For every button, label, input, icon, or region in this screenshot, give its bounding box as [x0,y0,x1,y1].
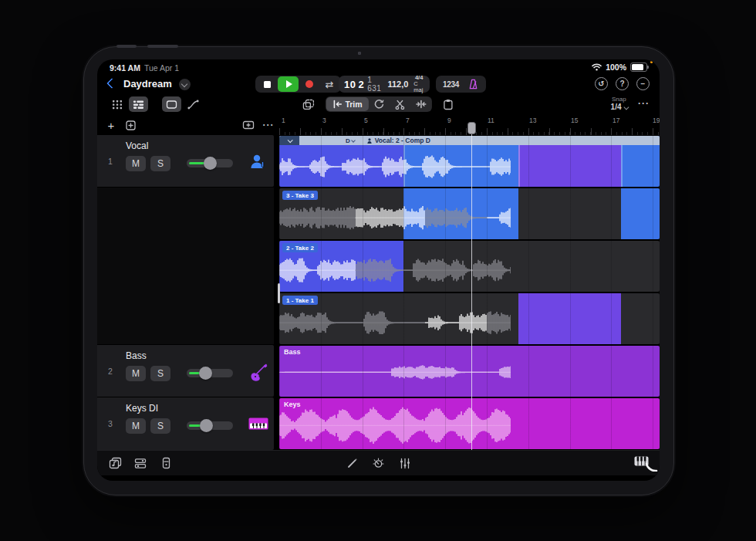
editor-button[interactable] [345,455,360,471]
count-in-button[interactable]: 1234 [443,80,459,89]
take-lane-1[interactable]: 1 - Take 1 [279,292,660,345]
view-tool-bar: Trim [97,94,660,115]
join-tool-button[interactable] [411,97,431,111]
hide-controls-button[interactable]: − [636,77,650,90]
main-toolbar: Daydream ⇄ 10 2 1 631 112,0 4/4 C maj [97,74,660,94]
track-header-more-button[interactable]: ··· [260,117,277,133]
status-date: Tue Apr 1 [144,63,179,73]
ipad-device-frame: 9:41 AMTue Apr 1 100% Daydream [83,46,674,495]
more-options-button[interactable]: ··· [638,98,650,109]
play-button[interactable] [278,76,299,92]
vocalist-mini-icon [367,138,372,144]
take3-selected-section[interactable] [621,188,660,239]
comp-region-header[interactable]: D Vocal: 2 - Comp D [279,136,660,145]
track-header-keys[interactable]: 3 Keys DI M S [97,397,274,450]
add-track-button[interactable]: + [103,117,120,133]
snap-control[interactable]: Snap 1/4 [611,96,627,112]
browser-button[interactable] [107,96,127,112]
lcd-beat: 2 [358,79,364,90]
split-tool-button[interactable] [390,97,410,111]
fader-button[interactable] [158,455,174,471]
mixer-button[interactable] [133,455,148,471]
copy-select-icon [302,99,315,110]
playhead-handle[interactable] [467,122,476,134]
volume-slider[interactable] [187,421,233,430]
track-header-vocal[interactable]: 1 Vocal M S [97,135,274,187]
slider-knob[interactable] [204,157,217,170]
slider-knob[interactable] [200,419,213,432]
tracks-view-button[interactable] [129,96,148,112]
take-badge[interactable]: 3 - Take 3 [282,191,318,200]
solo-button[interactable]: S [150,418,170,434]
loop-tool-button[interactable] [370,97,390,111]
take-badge[interactable]: 2 - Take 2 [282,243,318,252]
volume-slider[interactable] [187,159,233,167]
comp-selector-button[interactable]: D [346,137,355,144]
chevron-down-icon [623,104,628,109]
multi-select-tool-button[interactable] [299,96,318,112]
transport-controls: ⇄ [255,76,341,93]
help-button[interactable]: ? [616,77,629,90]
cycle-button[interactable]: ⇄ [320,77,339,91]
paste-button[interactable] [439,96,458,112]
header-resize-handle[interactable] [278,283,280,303]
record-button[interactable] [300,77,319,91]
mute-button[interactable]: M [126,366,146,381]
track-name: Bass [126,350,147,361]
slider-knob[interactable] [199,367,212,380]
track-header-config-button[interactable] [240,117,257,133]
trim-tool-button[interactable]: Trim [326,97,368,111]
metronome-icon[interactable] [467,79,479,90]
mute-button[interactable]: M [126,156,146,171]
plugins-button[interactable] [371,455,386,471]
stop-button[interactable] [258,77,276,91]
track-lane-bass[interactable]: Bass [279,345,660,397]
help-icon: ? [619,80,624,88]
duplicate-track-button[interactable] [122,117,139,133]
cycle-icon: ⇄ [326,79,334,90]
take-badge[interactable]: 1 - Take 1 [282,296,318,305]
take-region-3[interactable]: 3 - Take 3 [279,188,660,239]
track-lane-keys[interactable]: Keys [279,397,660,450]
comp-region[interactable]: D Vocal: 2 - Comp D [279,136,660,187]
track-header-bass[interactable]: 2 Bass M S [97,345,274,397]
bass-region[interactable]: Bass [279,346,660,397]
lcd-display[interactable]: 10 2 1 631 112,0 4/4 C maj [339,76,430,93]
record-icon [305,80,313,88]
loops-browser-button[interactable] [107,455,123,471]
lcd-tempo: 112,0 [387,79,408,89]
volume-slider[interactable] [187,369,233,377]
mute-button[interactable]: M [126,418,146,434]
automation-mode-button[interactable] [184,96,203,112]
regions-edit-mode-button[interactable] [162,96,181,112]
top-button [116,45,137,48]
track-number: 1 [108,157,113,166]
corner-swipe-handle[interactable] [644,458,658,475]
keys-region[interactable]: Keys [279,398,660,449]
track-header-column: + ··· [97,115,279,450]
timeline-area: 1 3 5 7 9 11 13 15 17 19 [279,115,660,450]
chevron-down-icon [181,80,187,86]
take1-selected-section[interactable] [518,293,621,344]
solo-button[interactable]: S [150,156,170,171]
take-region-1[interactable]: 1 - Take 1 [279,293,660,344]
mix-controls-button[interactable] [397,455,413,471]
solo-button[interactable]: S [150,366,170,381]
comp-letter: D [346,137,350,144]
ruler-number: 19 [653,117,660,124]
knob-icon [373,458,384,469]
take-lane-3[interactable]: 3 - Take 3 [279,188,660,240]
undo-history-button[interactable]: ↺ [595,77,608,90]
project-menu-button[interactable] [179,79,191,90]
project-title[interactable]: Daydream [123,78,172,90]
play-icon [286,80,292,88]
take3-waveform [279,194,511,239]
back-chevron-icon[interactable] [106,78,117,89]
comp-title-text: Vocal: 2 - Comp D [375,137,430,144]
collapse-takes-button[interactable] [279,136,299,145]
take-lane-2[interactable]: 2 - Take 2 [279,240,660,292]
take-region-2[interactable]: 2 - Take 2 [279,241,660,292]
history-icon: ↺ [598,80,604,88]
region-name: Bass [284,348,301,356]
ruler-number: 5 [364,117,368,124]
